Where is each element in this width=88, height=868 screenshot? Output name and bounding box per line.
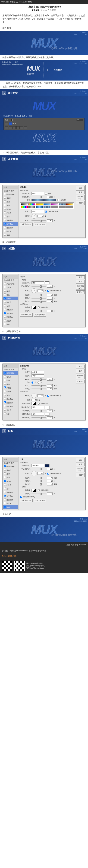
bevel-aa-check[interactable] [38,403,39,405]
layer-row[interactable]: MUX [4,122,84,126]
side-texture[interactable]: 纹理 [3,200,18,204]
side-drop-sel[interactable]: 投影 [3,505,18,509]
drop-angle-input[interactable] [37,472,43,475]
drop-dist-slider[interactable] [31,478,46,478]
inner-choke-slider[interactable] [31,298,46,299]
cancel-button[interactable]: 取消 [76,280,85,283]
inner-aa-check[interactable] [38,306,39,308]
inner-global-check[interactable] [47,290,49,291]
visibility-icon[interactable] [5,122,8,125]
new-icon[interactable] [20,126,23,129]
preview-check[interactable]: ☑ 预览(V) [76,473,85,477]
inner-angle-input[interactable] [37,289,43,292]
drop-noise-slider[interactable] [31,494,46,494]
set-default-button[interactable]: 设置为默认值 [20,499,33,502]
reset-default-button[interactable]: 复位为默认值 [34,313,46,317]
preset-14[interactable] [66,206,73,208]
inner-opacity-slider[interactable] [31,286,46,286]
preview-check[interactable]: ☑ 预览(V) [76,380,85,383]
set-default-button[interactable]: 设置为默认值 [20,313,33,317]
angle-dial[interactable] [31,214,36,219]
side-blend[interactable]: 混合选项: 默认 [3,189,18,192]
preset-5[interactable] [51,203,58,206]
dither-check[interactable] [45,192,47,194]
inner-opacity-input[interactable] [47,285,53,287]
inner-noise-input[interactable] [47,310,53,312]
reset-default-button[interactable]: 复位为默认值 [34,222,46,226]
side-gradient-overlay[interactable]: 渐变叠加 [3,222,18,226]
drop-angle-dial[interactable] [31,471,36,476]
preset-12[interactable] [51,206,58,208]
bevel-alt-input[interactable] [31,399,37,401]
ok-button[interactable]: 确定 [76,275,85,279]
preset-4[interactable] [43,203,51,206]
bevel-size-input[interactable] [47,384,53,387]
preset-13[interactable] [59,206,66,208]
preview-check[interactable]: ☑ 预览(V) [76,290,85,294]
side-bevel[interactable]: 斜面和浮雕 [3,192,18,196]
ok-button[interactable]: 确定 [76,186,85,190]
gradient-picker[interactable] [31,199,56,202]
ok-button[interactable]: 确定 [76,458,85,462]
new-style-button[interactable]: 新建样式(W)... [76,467,85,472]
opacity-slider[interactable] [31,197,46,197]
inner-contour-picker[interactable] [31,306,36,309]
inner-size-input[interactable] [47,300,53,303]
bevel-tech-select[interactable]: 平滑 [31,374,44,377]
cancel-button[interactable]: 取消 [76,369,85,373]
fill-input[interactable] [77,119,83,121]
bevel-angle-dial[interactable] [31,393,36,398]
drop-spread-slider[interactable] [31,481,46,481]
cancel-button[interactable]: 取消 [76,190,85,194]
sop-input[interactable] [47,416,53,419]
inner-angle-dial[interactable] [31,288,36,293]
preset-7[interactable] [66,203,73,206]
drop-size-input[interactable] [47,483,53,486]
bevel-global-check[interactable] [47,395,49,397]
side-pattern[interactable]: 图案叠加 [3,226,18,229]
drop-blend-select[interactable]: 正片叠底 [31,464,44,467]
fill-slider[interactable] [11,120,76,120]
hop-input[interactable] [47,409,53,412]
drop-dist-input[interactable] [47,477,53,479]
drop-color-swatch[interactable] [45,464,50,467]
opacity-input[interactable] [47,196,53,198]
bevel-angle-input[interactable] [37,394,43,397]
inner-choke-input[interactable] [47,297,53,300]
preset-1[interactable] [21,203,28,206]
preset-6[interactable] [59,203,66,206]
ok-button[interactable]: 确定 [76,365,85,368]
drop-noise-input[interactable] [47,493,53,495]
side-stroke[interactable]: 描边 [3,204,18,207]
bevel-depth-input[interactable] [47,378,53,381]
preset-8[interactable] [21,206,28,208]
bevel-style-select[interactable]: 内斜面 [31,371,44,374]
preset-3[interactable] [36,203,43,206]
drop-opacity-input[interactable] [47,468,53,470]
preset-9[interactable] [28,206,35,208]
grad-style-select[interactable]: 线性 [31,210,44,213]
angle-input[interactable] [37,215,43,217]
reset-default-button[interactable]: 复位为默认值 [34,499,46,502]
new-style-button[interactable]: 新建样式(W)... [76,374,85,379]
side-drop-shadow[interactable]: 投影 [3,233,18,237]
dir-down-radio[interactable] [37,381,40,383]
drop-contour-picker[interactable] [31,489,36,492]
preset-2[interactable] [28,203,35,206]
drop-aa-check[interactable] [38,489,39,491]
side-inner-shadow-sel[interactable]: 内阴影 [3,297,18,300]
align-check[interactable] [45,210,47,212]
drop-spread-input[interactable] [47,480,53,482]
side-inner-shadow[interactable]: 内阴影 [3,207,18,211]
hcolor-swatch[interactable] [45,406,50,409]
bevel-soft-slider[interactable] [31,389,46,389]
scale-input[interactable] [47,219,53,222]
reverse-check[interactable] [57,199,59,201]
blend-mode-select[interactable]: 叠加 [31,192,44,195]
trash-icon[interactable] [24,126,27,129]
inner-dist-input[interactable] [47,294,53,297]
inner-color-swatch[interactable] [45,281,50,284]
side-color-overlay[interactable]: 颜色叠加 [3,218,18,222]
bevel-gloss-picker[interactable] [31,402,36,405]
new-style-button[interactable]: 新建样式(W)... [76,284,85,290]
